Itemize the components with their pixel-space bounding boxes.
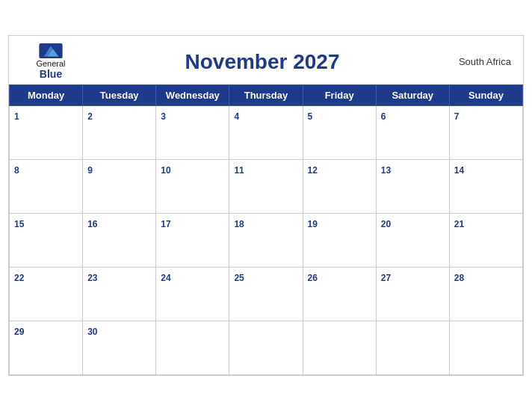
day-number: 19: [308, 219, 318, 229]
calendar-day-cell: 9: [83, 160, 156, 214]
day-number: 2: [87, 111, 93, 122]
calendar-week-row: 891011121314: [10, 160, 523, 214]
day-number: 8: [14, 165, 19, 176]
day-number: 29: [14, 327, 24, 337]
day-number: 24: [161, 273, 170, 283]
calendar-day-cell: 21: [449, 214, 522, 268]
header-monday: Monday: [10, 85, 83, 106]
day-number: 15: [14, 219, 24, 229]
header-sunday: Sunday: [449, 85, 522, 106]
calendar-day-cell: 6: [376, 106, 449, 160]
header-tuesday: Tuesday: [83, 85, 156, 106]
calendar-day-cell: 7: [449, 106, 522, 160]
calendar-day-cell: 2: [83, 106, 156, 160]
calendar-day-cell: 5: [303, 106, 376, 160]
calendar-day-cell: 30: [83, 321, 156, 375]
calendar-header: General Blue November 2027 South Africa: [9, 36, 523, 84]
header-saturday: Saturday: [376, 85, 449, 106]
day-number: 10: [161, 165, 170, 176]
calendar-day-cell: 28: [449, 268, 522, 321]
day-number: 27: [381, 273, 391, 283]
calendar-day-cell: 1: [10, 106, 83, 160]
calendar-day-cell: [449, 321, 522, 375]
calendar-grid: Monday Tuesday Wednesday Thursday Friday…: [9, 84, 523, 375]
calendar-week-row: 22232425262728: [10, 268, 523, 321]
calendar-day-cell: 24: [156, 268, 229, 321]
calendar-day-cell: 4: [229, 106, 303, 160]
country-label: South Africa: [444, 56, 511, 67]
day-number: 12: [308, 165, 318, 176]
logo: General Blue: [21, 43, 81, 80]
calendar-day-cell: [303, 321, 376, 375]
calendar-day-cell: [156, 321, 229, 375]
calendar-day-cell: 17: [156, 214, 229, 268]
calendar-day-cell: 10: [156, 160, 229, 214]
logo-blue-text: Blue: [40, 68, 62, 80]
day-number: 26: [308, 273, 318, 283]
calendar-week-row: 1234567: [10, 106, 523, 160]
calendar-day-cell: 13: [376, 160, 449, 214]
day-number: 23: [87, 273, 97, 283]
day-number: 14: [454, 165, 464, 176]
day-number: 18: [234, 219, 244, 229]
calendar-day-cell: 26: [303, 268, 376, 321]
weekday-header-row: Monday Tuesday Wednesday Thursday Friday…: [10, 85, 523, 106]
day-number: 7: [454, 111, 460, 122]
header-wednesday: Wednesday: [156, 85, 229, 106]
day-number: 6: [381, 111, 386, 122]
day-number: 3: [161, 111, 166, 122]
calendar-day-cell: 11: [229, 160, 303, 214]
header-friday: Friday: [303, 85, 376, 106]
calendar-title-area: November 2027: [81, 50, 444, 74]
calendar-day-cell: 16: [83, 214, 156, 268]
calendar-day-cell: 20: [376, 214, 449, 268]
day-number: 22: [14, 273, 24, 283]
calendar-day-cell: 15: [10, 214, 83, 268]
day-number: 13: [381, 165, 391, 176]
day-number: 17: [161, 219, 170, 229]
calendar-day-cell: 12: [303, 160, 376, 214]
calendar-day-cell: 19: [303, 214, 376, 268]
day-number: 4: [234, 111, 239, 122]
calendar-day-cell: [376, 321, 449, 375]
day-number: 1: [14, 111, 19, 122]
calendar-title: November 2027: [81, 50, 444, 74]
day-number: 30: [87, 327, 97, 337]
calendar-week-row: 15161718192021: [10, 214, 523, 268]
day-number: 5: [308, 111, 313, 122]
calendar-day-cell: 25: [229, 268, 303, 321]
calendar-day-cell: 29: [10, 321, 83, 375]
header-thursday: Thursday: [229, 85, 303, 106]
day-number: 25: [234, 273, 244, 283]
calendar-day-cell: 23: [83, 268, 156, 321]
calendar-day-cell: 8: [10, 160, 83, 214]
calendar-day-cell: [229, 321, 303, 375]
day-number: 9: [87, 165, 93, 176]
calendar-week-row: 2930: [10, 321, 523, 375]
calendar-container: General Blue November 2027 South Africa …: [8, 35, 524, 376]
day-number: 20: [381, 219, 391, 229]
calendar-day-cell: 27: [376, 268, 449, 321]
calendar-day-cell: 18: [229, 214, 303, 268]
calendar-day-cell: 3: [156, 106, 229, 160]
day-number: 16: [87, 219, 97, 229]
day-number: 28: [454, 273, 464, 283]
calendar-day-cell: 22: [10, 268, 83, 321]
calendar-day-cell: 14: [449, 160, 522, 214]
day-number: 21: [454, 219, 464, 229]
generalblue-logo-icon: [39, 43, 63, 58]
logo-general-text: General: [36, 59, 65, 68]
day-number: 11: [234, 165, 244, 176]
